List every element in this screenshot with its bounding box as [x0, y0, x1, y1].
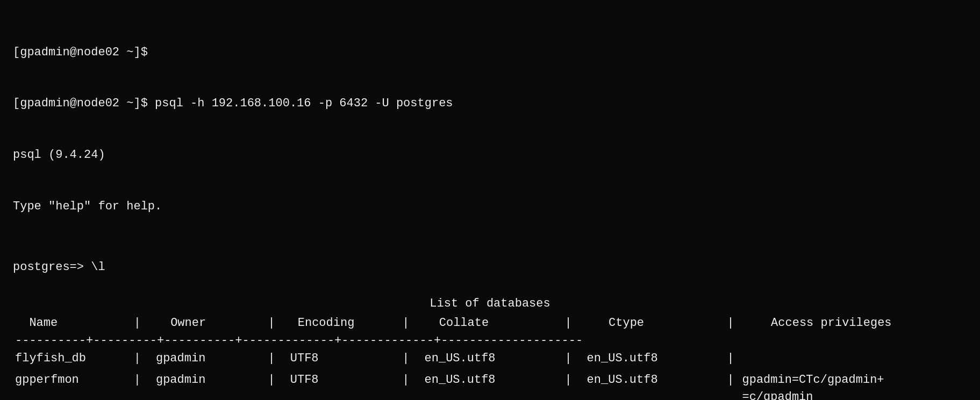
col-sep-3: | [400, 314, 415, 333]
cell-sep-1: | [132, 350, 147, 368]
database-table-section: List of databases Name | Owner | Encodin… [13, 295, 967, 400]
cell-sep-4: | [562, 350, 577, 368]
table-row: gpperfmon | gpadmin | UTF8 | en_US.utf8 … [13, 371, 967, 400]
cell-encoding: UTF8 [281, 371, 400, 400]
cell-sep-4: | [562, 371, 577, 400]
prompt-history: [gpadmin@node02 ~]$ [13, 44, 967, 61]
cell-sep-3: | [400, 371, 415, 400]
col-owner: Owner [147, 314, 266, 333]
database-table: Name | Owner | Encoding | Collate | Ctyp… [13, 314, 967, 400]
table-title: List of databases [13, 295, 967, 312]
col-access: Access privileges [740, 314, 968, 333]
table-body: flyfish_db | gpadmin | UTF8 | en_US.utf8… [13, 350, 967, 400]
col-sep-1: | [132, 314, 147, 333]
cell-collate: en_US.utf8 [415, 371, 562, 400]
col-collate: Collate [415, 314, 562, 333]
psql-version: psql (9.4.24) [13, 147, 967, 164]
cell-sep-2: | [266, 350, 281, 368]
cell-access [740, 350, 968, 368]
cell-owner: gpadmin [147, 371, 266, 400]
help-text: Type "help" for help. [13, 198, 967, 215]
cell-sep-2: | [266, 371, 281, 400]
col-sep-5: | [725, 314, 740, 333]
cell-sep-5: | [725, 371, 740, 400]
cell-access: gpadmin=CTc/gpadmin+ =c/gpadmin [740, 371, 968, 400]
cell-name: flyfish_db [13, 350, 132, 368]
col-name: Name [13, 314, 132, 333]
col-encoding: Encoding [281, 314, 400, 333]
table-row: flyfish_db | gpadmin | UTF8 | en_US.utf8… [13, 350, 967, 368]
table-header-row: Name | Owner | Encoding | Collate | Ctyp… [13, 314, 967, 333]
cell-collate: en_US.utf8 [415, 350, 562, 368]
cell-ctype: en_US.utf8 [577, 371, 725, 400]
cell-encoding: UTF8 [281, 350, 400, 368]
cell-sep-3: | [400, 350, 415, 368]
cell-sep-5: | [725, 350, 740, 368]
cell-sep-1: | [132, 371, 147, 400]
col-ctype: Ctype [577, 314, 725, 333]
col-sep-4: | [562, 314, 577, 333]
cell-ctype: en_US.utf8 [577, 350, 725, 368]
separator-row: ----------+---------+----------+--------… [13, 333, 967, 350]
command-line: [gpadmin@node02 ~]$ psql -h 192.168.100.… [13, 95, 967, 112]
cell-name: gpperfmon [13, 371, 132, 400]
postgres-command: postgres=> \l [13, 259, 967, 276]
cell-owner: gpadmin [147, 350, 266, 368]
col-sep-2: | [266, 314, 281, 333]
table-separator: ----------+---------+----------+--------… [13, 333, 967, 350]
terminal-output: [gpadmin@node02 ~]$ [gpadmin@node02 ~]$ … [13, 10, 967, 293]
